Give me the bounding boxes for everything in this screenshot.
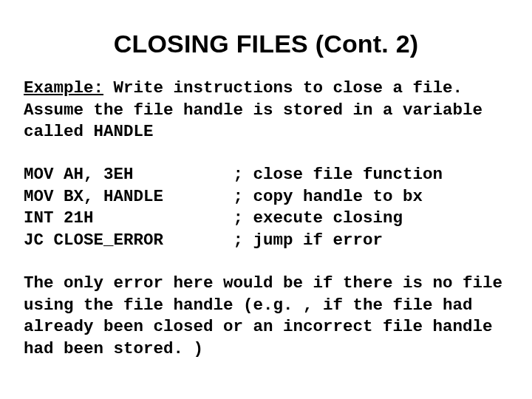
- code-block: MOV AH, 3EH ; close file function MOV BX…: [24, 164, 508, 252]
- footer-paragraph: The only error here would be if there is…: [24, 273, 508, 361]
- example-paragraph: Example: Write instructions to close a f…: [24, 78, 508, 143]
- page-title: CLOSING FILES (Cont. 2): [24, 30, 508, 58]
- example-label: Example:: [24, 78, 103, 98]
- slide: CLOSING FILES (Cont. 2) Example: Write i…: [0, 0, 532, 399]
